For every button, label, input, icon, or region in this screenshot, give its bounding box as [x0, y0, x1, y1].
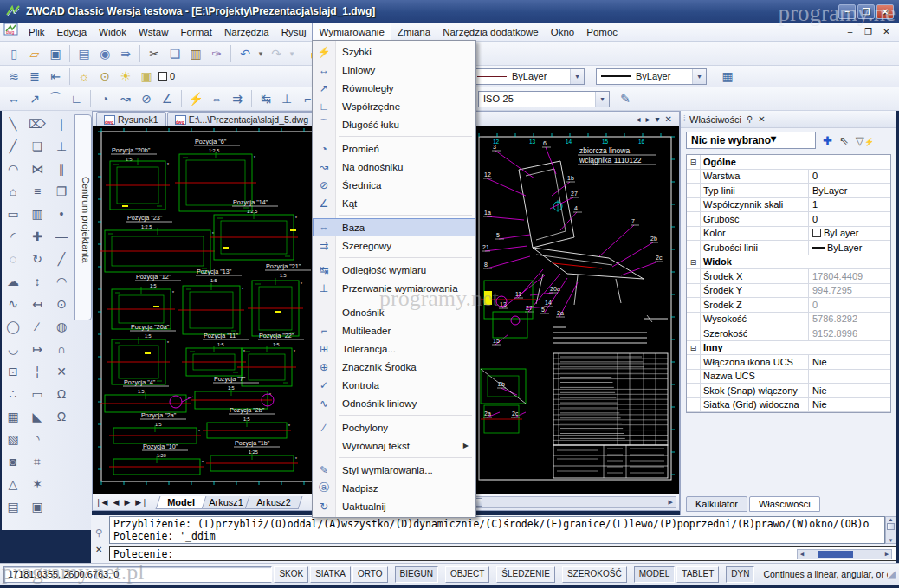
dim-quick-button[interactable]: ⚡	[185, 89, 206, 108]
dim-baseline-button[interactable]: ⇔	[206, 89, 227, 108]
dim-aligned-button[interactable]: ↗	[24, 89, 45, 108]
dim-ordinate-button[interactable]: ∟	[66, 89, 87, 108]
fillet-tool-button[interactable]: ◝	[26, 428, 49, 450]
copy-tool-button[interactable]: ❏	[26, 135, 49, 158]
break-tool-button[interactable]: ▭	[26, 383, 49, 405]
menu-item-jogged-dim[interactable]: ↝Na odnośniku	[313, 158, 475, 176]
menu-item-leader[interactable]: Odnośnik	[313, 303, 475, 321]
property-value[interactable]: ByLayer	[809, 185, 890, 196]
menu-item-inspect[interactable]: ✓Kontrola	[313, 376, 475, 394]
move-tool-button[interactable]: ✚	[26, 225, 49, 248]
status-toggle-tablet[interactable]: TABLET	[676, 566, 719, 583]
layer-previous-button[interactable]: ⇤	[45, 67, 66, 86]
menu-item-tolerance[interactable]: ⊞Tolerancja...	[313, 339, 475, 358]
stretch-tool-button[interactable]: ↤	[26, 293, 49, 315]
prev-layout-icon[interactable]: ◀	[110, 498, 121, 507]
pin-icon[interactable]: ⚲	[95, 527, 102, 539]
print-button[interactable]: ▤	[74, 44, 94, 63]
design-center-tab[interactable]: Centrum projektanta	[74, 114, 92, 320]
snap-parallel-tool-button[interactable]: ∥	[50, 158, 73, 180]
menu-item-jogged-linear[interactable]: ∿Odnośnik liniowy	[313, 394, 475, 412]
offset-tool-button[interactable]: ≡	[26, 180, 49, 203]
mirror-tool-button[interactable]: ⋈	[26, 158, 49, 180]
menu-edycja[interactable]: Edycja	[51, 23, 94, 41]
menu-item-radius-dim[interactable]: ◔Promień	[313, 139, 475, 158]
snap-midpoint-tool-button[interactable]: —	[50, 225, 73, 248]
select-objects-button[interactable]: ⇖	[839, 134, 849, 147]
menu-wstaw[interactable]: Wstaw	[133, 23, 175, 41]
print-preview-button[interactable]: ◉	[94, 44, 115, 63]
dim-continue-button[interactable]: ⇉	[227, 89, 248, 108]
menu-item-arc-length-dim[interactable]: ⌒Długość łuku	[313, 115, 475, 133]
dim-diameter-button[interactable]: ⊘	[136, 89, 157, 108]
chevron-down-icon[interactable]: ▾	[595, 92, 609, 107]
menu-item-update[interactable]: ↻Uaktualnij	[313, 497, 475, 515]
open-button[interactable]: ▱	[24, 44, 45, 63]
quick-select-button[interactable]: ✚	[823, 134, 832, 147]
menu-item-multileader[interactable]: ⌐Multileader	[313, 321, 475, 339]
panel-tab-właściwości[interactable]: Właściwości	[749, 496, 820, 512]
snap-node-tool-button[interactable]: •	[50, 203, 73, 225]
copy-button[interactable]: ❏	[165, 44, 185, 63]
menu-rysuj[interactable]: Rysuj	[275, 23, 313, 41]
coordinates-readout[interactable]: 17181.0355, 2600.6763, 0	[3, 566, 272, 583]
menu-item-baseline-dim[interactable]: ⇔Baza	[313, 218, 475, 236]
scrollbar-thumb[interactable]	[887, 523, 895, 530]
tab-list-icon[interactable]: ▾	[656, 114, 660, 124]
lineweight-combo[interactable]: ByLayer ▾	[596, 68, 707, 85]
command-horizontal-scrollbar[interactable]: ◀ ▶	[797, 549, 892, 559]
panel-tab-kalkulator[interactable]: Kalkulator	[686, 496, 747, 512]
scrollbar-thumb[interactable]	[818, 551, 853, 558]
layout-tab-arkusz2[interactable]: Arkusz2	[245, 496, 303, 509]
panel-grip-icon[interactable]: ⁞	[683, 114, 687, 123]
layer-lock-button[interactable]: ⊙	[94, 67, 115, 86]
block-editor-tool-button[interactable]: ▣	[26, 495, 49, 518]
property-value[interactable]: Nie	[809, 385, 890, 396]
menu-item-diameter-dim[interactable]: ⊘Średnica	[313, 176, 475, 194]
menu-item-center-mark[interactable]: ⊕Znacznik Środka	[313, 358, 475, 376]
property-value[interactable]: Nie	[809, 357, 890, 367]
chevron-down-icon[interactable]: ▾	[570, 69, 584, 84]
menu-item-quick-dim[interactable]: ⚡Szybki	[313, 42, 475, 61]
mdi-close-icon[interactable]: ✕	[879, 25, 894, 38]
extend-tool-button[interactable]: ↦	[26, 338, 49, 360]
menu-item-dim-spacing[interactable]: ↹Odległość wymiaru	[313, 261, 475, 279]
scroll-right-icon[interactable]: ▶	[883, 551, 891, 558]
gradient-tool-button[interactable]: ▧	[2, 428, 24, 450]
snap-endpoint-tool-button[interactable]: ∣	[50, 113, 73, 135]
menu-item-align-text[interactable]: Wyrównaj tekst▶	[313, 436, 475, 455]
linetype-combo[interactable]: ByLayer ▾	[472, 68, 585, 85]
status-toggle-śledzenie[interactable]: ŚLEDZENIE	[496, 566, 555, 583]
menu-item-dim-break[interactable]: ⊥Przerwanie wymiarowania	[313, 279, 475, 297]
snap-extension-tool-button[interactable]: ◠	[50, 270, 73, 293]
trim-tool-button[interactable]: ∕	[26, 315, 49, 338]
line-tool-button[interactable]: ╲	[2, 113, 24, 135]
menu-wymiarowanie[interactable]: Wymiarowanie	[312, 23, 391, 41]
status-toggle-object[interactable]: OBJECT	[445, 566, 489, 583]
property-value[interactable]: 0	[809, 171, 890, 181]
table-style-button[interactable]: ▦	[717, 67, 738, 86]
chevron-down-icon[interactable]: ▾	[771, 132, 776, 148]
status-toggle-dyn[interactable]: DYN	[726, 566, 754, 583]
circle-tool-button[interactable]: ◌	[2, 248, 24, 270]
snap-none-tool-button[interactable]: ✕	[50, 360, 73, 383]
scroll-right-icon[interactable]: ▶	[666, 499, 676, 506]
pin-icon[interactable]: ⚲	[747, 114, 753, 124]
first-layout-icon[interactable]: ❘◀	[93, 498, 110, 507]
status-toggle-biegun[interactable]: BIEGUN	[395, 566, 438, 583]
save-button[interactable]: ▣	[45, 44, 66, 63]
scroll-down-icon[interactable]: ▼	[886, 538, 896, 543]
spline-tool-button[interactable]: ∿	[2, 293, 24, 315]
property-value[interactable]: 0	[809, 300, 890, 310]
menu-narz-dzia[interactable]: Narzędzia	[218, 23, 275, 41]
menu-item-aligned-dim[interactable]: ↗Równoległy	[313, 79, 475, 97]
collapse-icon[interactable]: ⊟	[687, 255, 701, 269]
property-value[interactable]: 994.7295	[809, 285, 890, 295]
layer-on-button[interactable]: ☼	[74, 67, 94, 86]
command-vertical-scrollbar[interactable]: ▲ ▼	[885, 516, 896, 544]
dimstyle-combo[interactable]: ISO-25 ▾	[478, 91, 610, 107]
status-toggle-szerokość[interactable]: SZEROKOŚĆ	[562, 566, 627, 583]
property-value[interactable]: 5786.8292	[809, 313, 890, 324]
dim-radius-button[interactable]: ◔	[94, 89, 115, 108]
menu-item-continue-dim[interactable]: ⇉Szeregowy	[313, 236, 475, 255]
